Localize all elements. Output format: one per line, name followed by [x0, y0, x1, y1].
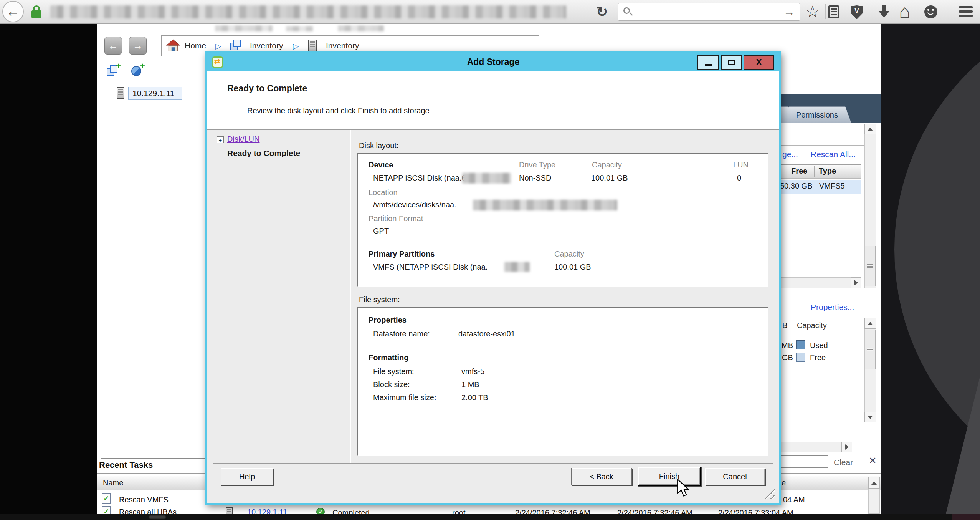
tree-item-host-label: 10.129.1.11 [132, 89, 174, 98]
strip-corner-tint [952, 514, 980, 520]
task1-name[interactable]: Rescan VMFS [119, 495, 169, 504]
toolbar-schedule-icon[interactable]: + [131, 64, 147, 79]
breadcrumb-server-icon [308, 40, 317, 52]
scroll-down-icon [868, 416, 873, 419]
app-forward-button[interactable]: → [129, 37, 147, 55]
row-free: 50.30 GB [780, 182, 813, 190]
tasks-clear-button[interactable]: Clear [834, 458, 853, 467]
scrollbar-track[interactable] [868, 489, 880, 514]
col-device: Device [369, 161, 393, 169]
tab-permissions[interactable]: Permissions [789, 106, 851, 123]
maximize-button[interactable] [721, 55, 742, 70]
breadcrumb-inventory1[interactable]: Inventory [250, 41, 283, 50]
datastore-row-selected[interactable]: 50.30 GB VMFS5 [778, 180, 861, 194]
help-label: Help [239, 472, 255, 481]
scroll-right-button[interactable] [841, 442, 852, 452]
menu-button[interactable] [959, 6, 973, 18]
disk-layout-label: Disk layout: [359, 141, 398, 150]
nav-ready: Ready to Complete [227, 149, 300, 158]
nav-disk-lun[interactable]: Disk/LUN [227, 135, 259, 144]
reload-icon: ↻ [596, 4, 608, 20]
finish-button[interactable]: Finish [638, 467, 701, 486]
redacted-url[interactable] [50, 5, 566, 18]
free-swatch [796, 353, 805, 362]
col-capacity: Capacity [592, 161, 622, 169]
breadcrumb-arrow-icon: ▷ [215, 41, 221, 51]
minimize-button[interactable] [697, 55, 719, 70]
scroll-up-icon [868, 322, 873, 325]
bookmark-star-icon[interactable]: ☆ [805, 2, 820, 21]
rescan-all-link[interactable]: Rescan All... [811, 150, 856, 159]
thumb-grip-icon [867, 264, 873, 268]
nav-expand-box[interactable]: + [217, 136, 224, 143]
scrollbar-track[interactable] [777, 277, 861, 288]
device-name: NETAPP iSCSI Disk (naa.6 [373, 174, 466, 182]
scroll-right-button[interactable] [851, 277, 861, 288]
section-divider [777, 315, 876, 316]
task-icon: ✓ [102, 493, 111, 504]
scroll-up-button[interactable] [868, 477, 880, 489]
free-value-partial: GB [782, 353, 793, 362]
help-button[interactable]: Help [221, 468, 273, 485]
download-icon[interactable] [878, 5, 890, 19]
search-go-icon: → [783, 5, 795, 18]
header-divider [207, 129, 779, 130]
scroll-up-button[interactable] [864, 318, 876, 329]
home-icon[interactable]: ⌂ [899, 1, 910, 22]
back-button-wizard[interactable]: < Back [571, 468, 632, 485]
partition-format-label: Partition Format [369, 214, 423, 223]
close-button[interactable]: X [744, 55, 774, 70]
capacity-value-partial: B [782, 321, 787, 330]
panel-dotted-border [777, 454, 861, 454]
search-input[interactable]: → [618, 3, 800, 21]
location-path: /vmfs/devices/disks/naa. [373, 200, 456, 209]
col-partial[interactable]: e [782, 479, 786, 487]
scrollbar-track[interactable] [777, 442, 852, 452]
back-button[interactable]: ← [2, 1, 24, 22]
col-name[interactable]: Name [103, 479, 123, 487]
reading-list-icon[interactable] [828, 5, 839, 18]
scroll-up-button[interactable] [864, 124, 876, 134]
feedback-smiley-icon[interactable] [924, 5, 937, 18]
app-forward-arrow-icon: → [133, 40, 143, 52]
tree-item-host[interactable]: 10.129.1.11 [128, 87, 182, 100]
nav-divider [350, 130, 351, 463]
browser-toolbar: ← ↻ → ☆ V ⌂ [0, 0, 980, 24]
properties-link[interactable]: Properties... [811, 303, 854, 312]
recent-tasks-title: Recent Tasks [99, 460, 153, 470]
column-divider [814, 166, 815, 177]
scroll-right-icon [845, 444, 849, 450]
toolbar-add-icon[interactable]: + [106, 64, 123, 79]
col-type[interactable]: Type [819, 167, 836, 176]
datastore-name-label: Datastore name: [373, 330, 430, 338]
resize-grip[interactable] [763, 487, 775, 499]
left-letterbox [0, 24, 97, 520]
toolbar-separator [45, 4, 45, 20]
partition-format-value: GPT [373, 227, 389, 235]
tasks-close-icon[interactable]: × [869, 453, 876, 467]
block-size-value: 1 MB [461, 380, 479, 389]
scrollbar-thumb[interactable] [865, 330, 876, 369]
max-file-size-label: Maximum file size: [373, 393, 436, 402]
shield-icon[interactable]: V [851, 5, 863, 19]
used-swatch [796, 340, 805, 349]
scrollbar-thumb[interactable] [865, 246, 876, 286]
search-go-button[interactable]: → [782, 5, 796, 19]
add-storage-link-partial[interactable]: ge... [782, 150, 798, 159]
scroll-down-button[interactable] [864, 412, 876, 422]
cancel-button[interactable]: Cancel [705, 468, 765, 485]
col-free[interactable]: Free [791, 167, 807, 176]
formatting-heading: Formatting [369, 353, 408, 362]
partition-name: VMFS (NETAPP iSCSI Disk (naa. [373, 263, 488, 272]
dialog-titlebar[interactable]: ⇄ Add Storage X [207, 53, 779, 71]
breadcrumb-home[interactable]: Home [185, 41, 206, 50]
reload-button[interactable]: ↻ [593, 2, 611, 22]
datastore-table-header: Free Type [777, 164, 861, 178]
col-drive-type: Drive Type [519, 161, 555, 169]
close-icon: X [756, 57, 762, 67]
breadcrumb-inventory2[interactable]: Inventory [326, 41, 359, 50]
toolbar-separator [586, 4, 586, 20]
partition-capacity: 100.01 GB [554, 263, 591, 272]
thumb-grip-icon [867, 348, 873, 351]
app-back-button[interactable]: ← [104, 37, 122, 55]
